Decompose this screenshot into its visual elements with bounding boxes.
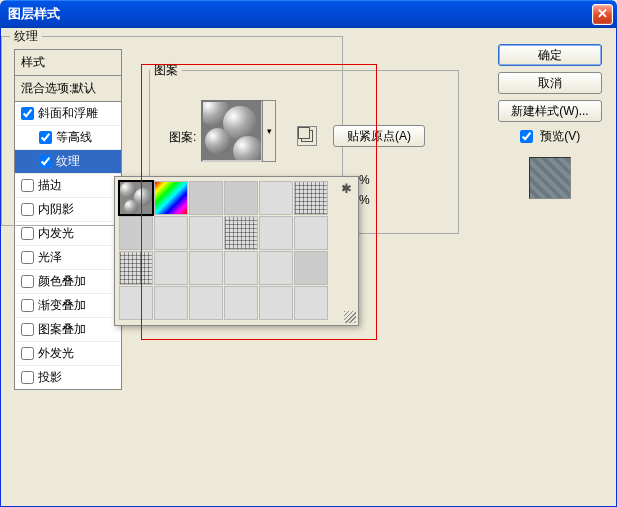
style-checkbox-5[interactable]: [21, 227, 34, 240]
pattern-thumb-19[interactable]: [154, 286, 188, 320]
pattern-grid: [119, 181, 354, 320]
pattern-thumb-12[interactable]: [119, 251, 153, 285]
dialog-body: 样式 混合选项:默认 斜面和浮雕等高线纹理描边内阴影内发光光泽颜色叠加渐变叠加图…: [0, 28, 617, 507]
pattern-thumb-22[interactable]: [259, 286, 293, 320]
pattern-thumb-20[interactable]: [189, 286, 223, 320]
dialog-buttons: 确定 取消 新建样式(W)... 预览(V): [498, 44, 602, 199]
style-label-8: 渐变叠加: [38, 297, 86, 314]
pattern-thumb-23[interactable]: [294, 286, 328, 320]
pattern-picker-popup: ✱ ▶: [114, 176, 359, 326]
pattern-dropdown-button[interactable]: ▾: [262, 100, 276, 162]
pattern-label: 图案:: [169, 129, 196, 146]
style-checkbox-8[interactable]: [21, 299, 34, 312]
pattern-thumb-14[interactable]: [189, 251, 223, 285]
pattern-thumb-4[interactable]: [259, 181, 293, 215]
pattern-thumb-15[interactable]: [224, 251, 258, 285]
pattern-thumb-16[interactable]: [259, 251, 293, 285]
pattern-preview[interactable]: [201, 100, 263, 162]
percent-label-2: %: [359, 193, 370, 207]
close-button[interactable]: ✕: [592, 4, 613, 25]
pattern-thumb-8[interactable]: [189, 216, 223, 250]
pattern-thumb-10[interactable]: [259, 216, 293, 250]
pattern-thumb-7[interactable]: [154, 216, 188, 250]
style-item-10[interactable]: 外发光: [15, 342, 121, 366]
pattern-thumb-3[interactable]: [224, 181, 258, 215]
pattern-thumb-13[interactable]: [154, 251, 188, 285]
style-checkbox-6[interactable]: [21, 251, 34, 264]
style-label-6: 光泽: [38, 249, 62, 266]
preview-swatch: [529, 157, 571, 199]
style-label-5: 内发光: [38, 225, 74, 242]
pattern-thumb-2[interactable]: [189, 181, 223, 215]
style-item-11[interactable]: 投影: [15, 366, 121, 389]
picker-menu-arrow-icon[interactable]: ▶: [343, 183, 349, 192]
preview-row: 预览(V): [498, 128, 602, 145]
dialog-title: 图层样式: [8, 5, 592, 23]
style-item-7[interactable]: 颜色叠加: [15, 270, 121, 294]
snap-to-origin-button[interactable]: 贴紧原点(A): [333, 125, 425, 147]
resize-grip[interactable]: [344, 311, 356, 323]
style-checkbox-11[interactable]: [21, 371, 34, 384]
style-label-10: 外发光: [38, 345, 74, 362]
percent-label-1: %: [359, 173, 370, 187]
create-preset-button[interactable]: [297, 126, 317, 146]
pattern-thumb-1[interactable]: [154, 181, 188, 215]
pattern-thumb-11[interactable]: [294, 216, 328, 250]
sphere-pattern-icon: [203, 102, 261, 160]
style-item-6[interactable]: 光泽: [15, 246, 121, 270]
style-item-8[interactable]: 渐变叠加: [15, 294, 121, 318]
pattern-thumb-17[interactable]: [294, 251, 328, 285]
new-style-button[interactable]: 新建样式(W)...: [498, 100, 602, 122]
pattern-group-label: 图案: [150, 62, 182, 79]
texture-group-label: 纹理: [10, 28, 42, 45]
style-label-11: 投影: [38, 369, 62, 386]
style-checkbox-7[interactable]: [21, 275, 34, 288]
pattern-thumb-6[interactable]: [119, 216, 153, 250]
style-checkbox-9[interactable]: [21, 323, 34, 336]
preview-checkbox[interactable]: [520, 130, 533, 143]
title-bar: 图层样式 ✕: [0, 0, 617, 28]
cancel-button[interactable]: 取消: [498, 72, 602, 94]
pattern-thumb-18[interactable]: [119, 286, 153, 320]
pattern-thumb-5[interactable]: [294, 181, 328, 215]
style-label-7: 颜色叠加: [38, 273, 86, 290]
style-item-9[interactable]: 图案叠加: [15, 318, 121, 342]
ok-button[interactable]: 确定: [498, 44, 602, 66]
pattern-thumb-0[interactable]: [119, 181, 153, 215]
preview-label[interactable]: 预览(V): [540, 129, 580, 143]
pattern-thumb-21[interactable]: [224, 286, 258, 320]
style-label-9: 图案叠加: [38, 321, 86, 338]
style-checkbox-10[interactable]: [21, 347, 34, 360]
pattern-thumb-9[interactable]: [224, 216, 258, 250]
